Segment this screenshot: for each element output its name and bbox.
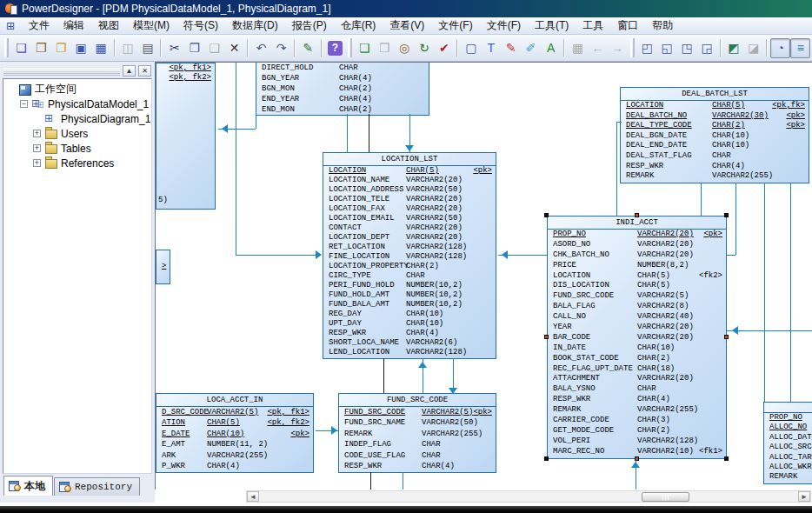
page-view-icon[interactable]: ◳ [677,38,697,58]
entity-column-row[interactable]: CARRIER_CODECHAR(3) [548,416,726,426]
reference-connector[interactable] [701,183,702,216]
entity-column-row[interactable]: RESP_WKRCHAR(4) [548,395,726,405]
text-tool-icon[interactable]: T [481,38,501,58]
entity-column-row[interactable]: PROP_NOVARCHAR2(20)<pk> [548,230,726,240]
app-icon[interactable] [5,3,17,15]
table-indi-acct[interactable]: INDI_ACCTPROP_NOVARCHAR2(20)<pk>ASORD_NO… [547,216,727,459]
zoom-window-icon[interactable]: ◔ [770,38,790,58]
selection-handle[interactable] [544,213,549,217]
panel-drag-grip[interactable] [3,68,120,76]
save-all-icon[interactable]: ▦ [91,38,111,58]
entity-column-row[interactable]: ALLOC_WKR [764,463,812,472]
entity-column-row[interactable]: ALLOC_TARGE [764,453,812,463]
entity-column-row[interactable]: PRICENUMBER(8,2) [548,261,726,271]
cut-icon[interactable]: ✂ [164,38,184,58]
display-preferences-icon[interactable]: ◪ [743,38,763,58]
fill-style-icon[interactable]: ✐ [521,38,541,58]
menu-item-3[interactable]: 模型(M) [127,17,176,35]
entity-column-row[interactable]: CODE_USE_FLAGCHAR [339,450,496,461]
entity-column-row[interactable]: DEAL_STAT_FLAGCHAR [621,151,809,162]
selection-handle[interactable] [544,335,549,339]
copy-icon[interactable]: ❐ [184,38,204,58]
entity-column-row[interactable]: ARKVARCHAR2(255) [156,450,313,461]
table-fund-src-code[interactable]: FUND_SRC_CODEFUND_SRC_CODEVARCHAR2(5)<pk… [338,393,496,473]
menu-item-5[interactable]: 数据库(D) [226,17,284,35]
menu-item-8[interactable]: 查看(V) [383,17,430,35]
reference-connector[interactable] [727,330,812,331]
toolbar-grip[interactable] [4,38,9,57]
save-icon[interactable]: ▣ [71,38,91,58]
tab-local[interactable]: 本地 [3,476,53,496]
open-icon[interactable]: ❐ [51,38,71,58]
entity-column-row[interactable]: DIS_LOCATIONCHAR(5) [548,281,726,291]
table-partial-right[interactable]: PROP_NOALLOC_NOALLOC_DATEALLOC_SRCALLOC_… [763,402,812,484]
entity-column-row[interactable]: RESP_WKRCHAR(4) [323,329,496,338]
menu-item-6[interactable]: 报告(P) [286,17,333,35]
tree-item-physicaldiagram_1[interactable]: PhysicalDiagram_1 [5,111,150,126]
menu-item-0[interactable]: 文件 [23,17,56,35]
fit-symbols-icon[interactable]: ◱ [657,38,677,58]
entity-column-row[interactable]: INDEP_FLAGCHAR [339,439,496,450]
go-back-icon[interactable]: ← [588,38,608,58]
entity-column-row[interactable]: RET_LOCATIONVARCHAR2(128) [323,243,496,252]
entity-column-row[interactable]: CHK_BATCH_NOVARCHAR2(20) [548,250,726,261]
menu-item-9[interactable]: 文件(F) [432,17,478,35]
entity-column-row[interactable]: PERI_FUND_HOLDNUMBER(10,2) [323,281,496,290]
entity-column-row[interactable]: LOCATIONCHAR(5)<fk2> [548,271,726,282]
entity-column-row[interactable] [156,250,170,261]
pages-view-icon[interactable]: ◲ [697,38,717,58]
reference-connector[interactable] [790,183,791,402]
tree-expander[interactable]: + [33,159,41,167]
entity-column-row[interactable]: E_AMTNUMBER(11, 2) [156,439,313,450]
reference-connector[interactable] [256,114,256,129]
reference-connector[interactable] [403,472,403,490]
shape-tool-icon[interactable]: ▢ [461,38,481,58]
entity-column-row[interactable]: FUND_BALA_AMTNUMBER(10,2) [323,300,496,310]
entity-column-row[interactable]: LOCATION_EMAILVARCHAR2(50) [323,214,496,223]
entity-column-row[interactable]: BALA_FLAGVARCHAR2(8) [548,302,726,312]
entity-column-row[interactable]: LOCATIONCHAR(5)<pk,fk> [621,101,809,111]
entity-column-row[interactable]: DEAL_BGN_DATECHAR(10) [621,131,809,142]
refresh-icon[interactable]: ↻ [415,38,435,58]
tab-repository[interactable]: Repository [54,477,140,496]
selection-handle[interactable] [724,456,729,461]
entity-column-row[interactable]: LOCATION_TELEVARCHAR2(20) [323,195,496,204]
menu-item-14[interactable]: 帮助 [646,17,679,35]
tree-item--[interactable]: 工作空间 [5,82,150,97]
entity-column-row[interactable]: LOCATION_ADDRESSVARCHAR2(50) [323,185,496,195]
table-deal-batch-lst[interactable]: DEAL_BATCH_LSTLOCATIONCHAR(5)<pk,fk>DEAL… [620,87,809,183]
entity-column-row[interactable]: CONTACTVARCHAR2(20) [323,223,496,233]
go-forward-icon[interactable]: → [608,38,628,58]
reference-connector[interactable] [236,255,321,256]
entity-column-row[interactable]: DIRECT_HOLDCHAR [256,63,429,73]
entity-column-row[interactable]: REC_FLAG_UPT_DATECHAR(18) [548,364,726,375]
selection-handle[interactable] [544,456,549,461]
line-style-icon[interactable]: ✎ [501,38,521,58]
reference-connector[interactable] [369,114,369,152]
menu-item-12[interactable]: 工具 [576,17,609,35]
paste-icon[interactable]: ❑ [204,38,224,58]
reference-connector[interactable] [383,358,384,393]
reference-connector[interactable] [616,122,622,123]
scroll-left-button[interactable]: ◄ [247,491,259,502]
show-symbols-icon[interactable]: ◰ [637,38,657,58]
entity-column-row[interactable]: LOCATIONCHAR(5)<pk> [323,166,496,176]
undo-icon[interactable]: ↶ [251,38,271,58]
tree-expander[interactable]: − [20,100,28,108]
tree-expander[interactable]: + [33,130,41,137]
entity-column-row[interactable]: SHORT_LOCA_NAMEVARCHAR2(6) [323,338,496,348]
table-location-lst[interactable]: LOCATION_LSTLOCATIONCHAR(5)<pk>LOCATION_… [323,152,496,359]
reference-connector[interactable] [764,183,765,402]
entity-column-row[interactable]: DEAL_TYPE_CODECHAR(2)<pk> [621,121,809,131]
entity-column-row[interactable]: RESP_WKRCHAR(4) [621,162,809,172]
reference-connector[interactable] [370,472,371,490]
menu-item-10[interactable]: 文件(F) [481,17,527,35]
entity-column-row[interactable]: DEAL_BATCH_NOVARCHAR2(30)<pk> [621,111,809,122]
panel-close-button[interactable]: ✕ [138,65,151,77]
entity-column-row[interactable]: ALLOC_SRC [764,443,812,452]
package-icon[interactable]: ▦ [568,38,588,58]
entity-column-row[interactable]: CIRC_TYPECHAR [323,271,496,281]
font-icon[interactable]: A [541,38,561,58]
entity-column-row[interactable]: LOCATION_PROPERTYCHAR(2) [323,262,496,271]
entity-column-row[interactable]: <pk, fk1> [156,63,215,73]
